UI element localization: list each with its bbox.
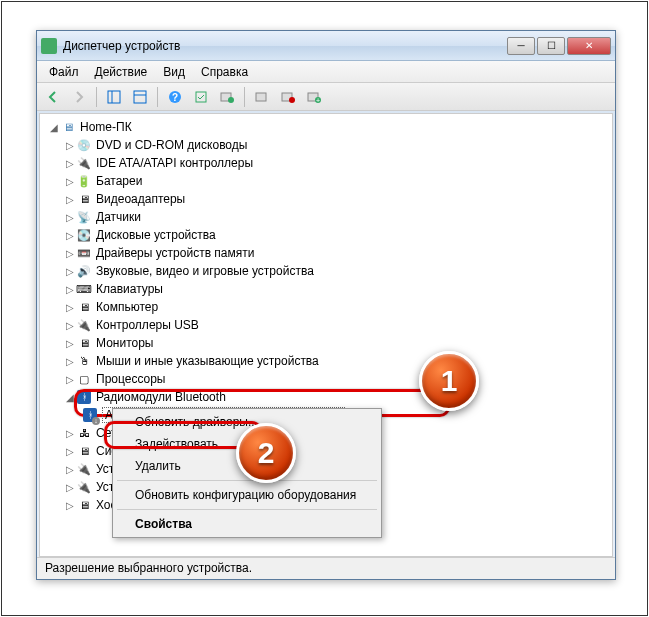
- item-label: Батареи: [96, 174, 142, 188]
- expander-icon[interactable]: ▷: [64, 266, 76, 277]
- separator: [117, 509, 377, 510]
- expander-icon[interactable]: ◢: [64, 392, 76, 403]
- toolbar: ? +: [37, 83, 615, 111]
- tree-item[interactable]: ▷🔊Звуковые, видео и игровые устройства: [44, 262, 608, 280]
- bluetooth-icon: ᚼ: [76, 389, 92, 405]
- tree-item[interactable]: ▷🔌IDE ATA/ATAPI контроллеры: [44, 154, 608, 172]
- expander-icon[interactable]: ▷: [64, 284, 76, 295]
- annotation-badge-2: 2: [236, 423, 296, 483]
- item-label: Дисковые устройства: [96, 228, 216, 242]
- tree-item[interactable]: ▷🔌Контроллеры USB: [44, 316, 608, 334]
- scan-button[interactable]: [215, 85, 239, 109]
- show-hide-tree-button[interactable]: [102, 85, 126, 109]
- expander-icon[interactable]: ▷: [64, 374, 76, 385]
- expander-icon[interactable]: ▷: [64, 176, 76, 187]
- tree-item-bluetooth[interactable]: ◢ᚼРадиомодули Bluetooth: [44, 388, 608, 406]
- memory-icon: 📼: [76, 245, 92, 261]
- back-button[interactable]: [41, 85, 65, 109]
- root-label: Home-ПК: [80, 120, 132, 134]
- item-label: Датчики: [96, 210, 141, 224]
- menu-file[interactable]: Файл: [41, 63, 87, 81]
- enable-button[interactable]: +: [302, 85, 326, 109]
- expander-icon[interactable]: ▷: [64, 464, 76, 475]
- titlebar[interactable]: Диспетчер устройств ─ ☐ ✕: [37, 31, 615, 61]
- forward-button[interactable]: [67, 85, 91, 109]
- expander-icon[interactable]: ▷: [64, 482, 76, 493]
- network-icon: 🖧: [76, 425, 92, 441]
- svg-text:+: +: [316, 97, 320, 104]
- expander-icon[interactable]: ▷: [64, 446, 76, 457]
- expander-icon[interactable]: ▷: [64, 140, 76, 151]
- tree-item[interactable]: ▷🖥Мониторы: [44, 334, 608, 352]
- tree-item[interactable]: ▷🖱Мыши и иные указывающие устройства: [44, 352, 608, 370]
- computer-icon: 🖥: [60, 119, 76, 135]
- expander-icon[interactable]: ▷: [64, 248, 76, 259]
- expander-icon[interactable]: ▷: [64, 500, 76, 511]
- monitor-icon: 🖥: [76, 335, 92, 351]
- item-label: Компьютер: [96, 300, 158, 314]
- svg-rect-2: [134, 91, 146, 103]
- expander-icon[interactable]: ◢: [48, 122, 60, 133]
- item-label: Процессоры: [96, 372, 166, 386]
- annotation-badge-1: 1: [419, 351, 479, 411]
- tree-item[interactable]: ▷💿DVD и CD-ROM дисководы: [44, 136, 608, 154]
- expander-icon[interactable]: ▷: [64, 428, 76, 439]
- uninstall-button[interactable]: [276, 85, 300, 109]
- svg-rect-0: [108, 91, 120, 103]
- disc-icon: 💿: [76, 137, 92, 153]
- device-icon: 🔌: [76, 461, 92, 477]
- ctx-properties[interactable]: Свойства: [115, 513, 379, 535]
- expander-icon[interactable]: ▷: [64, 230, 76, 241]
- menu-action[interactable]: Действие: [87, 63, 156, 81]
- item-label: Звуковые, видео и игровые устройства: [96, 264, 314, 278]
- svg-text:?: ?: [172, 92, 178, 103]
- item-label: Видеоадаптеры: [96, 192, 185, 206]
- maximize-button[interactable]: ☐: [537, 37, 565, 55]
- cpu-icon: ▢: [76, 371, 92, 387]
- item-label: Мыши и иные указывающие устройства: [96, 354, 319, 368]
- app-icon: [41, 38, 57, 54]
- tree-item[interactable]: ▷📡Датчики: [44, 208, 608, 226]
- tree-item[interactable]: ▷🖥Видеоадаптеры: [44, 190, 608, 208]
- close-button[interactable]: ✕: [567, 37, 611, 55]
- status-text: Разрешение выбранного устройства.: [45, 561, 252, 575]
- minimize-button[interactable]: ─: [507, 37, 535, 55]
- device-tree[interactable]: ◢ 🖥 Home-ПК ▷💿DVD и CD-ROM дисководы ▷🔌I…: [39, 113, 613, 557]
- item-label: Драйверы устройств памяти: [96, 246, 254, 260]
- tree-item[interactable]: ▷📼Драйверы устройств памяти: [44, 244, 608, 262]
- sound-icon: 🔊: [76, 263, 92, 279]
- tree-item[interactable]: ▷▢Процессоры: [44, 370, 608, 388]
- host-icon: 🖥: [76, 497, 92, 513]
- expander-icon[interactable]: ▷: [64, 338, 76, 349]
- ide-icon: 🔌: [76, 155, 92, 171]
- disk-icon: 💽: [76, 227, 92, 243]
- help-button[interactable]: ?: [163, 85, 187, 109]
- computer-icon: 🖥: [76, 299, 92, 315]
- device-icon: 🔌: [76, 479, 92, 495]
- update-driver-button[interactable]: [250, 85, 274, 109]
- svg-point-8: [228, 97, 234, 103]
- item-label: Мониторы: [96, 336, 153, 350]
- expander-icon[interactable]: ▷: [64, 302, 76, 313]
- window-title: Диспетчер устройств: [63, 39, 505, 53]
- ctx-refresh-config[interactable]: Обновить конфигурацию оборудования: [115, 484, 379, 506]
- expander-icon[interactable]: ▷: [64, 158, 76, 169]
- properties-button[interactable]: [128, 85, 152, 109]
- tree-item[interactable]: ▷🔋Батареи: [44, 172, 608, 190]
- menu-view[interactable]: Вид: [155, 63, 193, 81]
- tree-item[interactable]: ▷🖥Компьютер: [44, 298, 608, 316]
- tree-item[interactable]: ▷⌨Клавиатуры: [44, 280, 608, 298]
- expander-icon[interactable]: ▷: [64, 212, 76, 223]
- svg-point-11: [289, 97, 295, 103]
- action-button[interactable]: [189, 85, 213, 109]
- expander-icon[interactable]: ▷: [64, 194, 76, 205]
- tree-root[interactable]: ◢ 🖥 Home-ПК: [44, 118, 608, 136]
- expander-icon[interactable]: ▷: [64, 356, 76, 367]
- tree-item[interactable]: ▷💽Дисковые устройства: [44, 226, 608, 244]
- battery-icon: 🔋: [76, 173, 92, 189]
- expander-icon[interactable]: ▷: [64, 320, 76, 331]
- menu-help[interactable]: Справка: [193, 63, 256, 81]
- device-manager-window: Диспетчер устройств ─ ☐ ✕ Файл Действие …: [36, 30, 616, 580]
- sensor-icon: 📡: [76, 209, 92, 225]
- bluetooth-disabled-icon: ᚼ: [82, 407, 98, 423]
